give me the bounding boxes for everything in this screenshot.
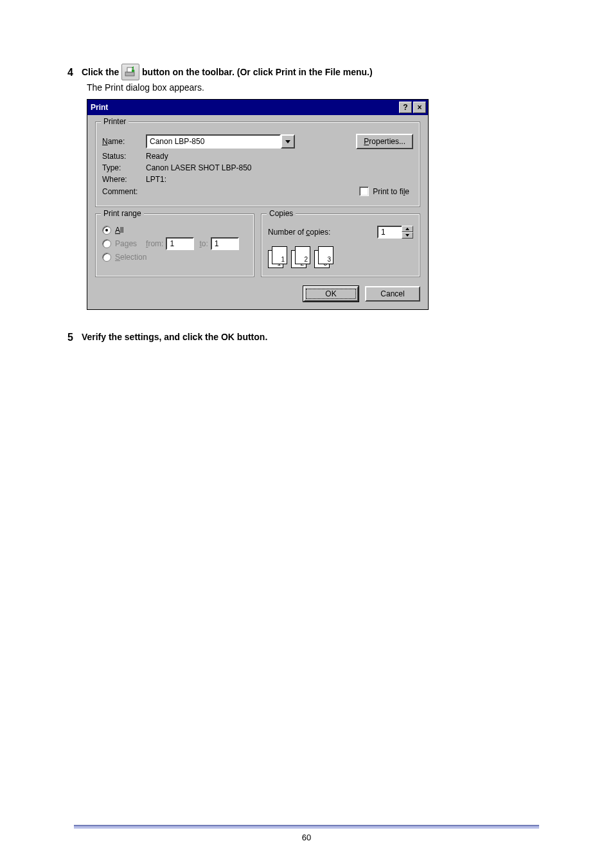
toolbar-print-icon bbox=[121, 64, 139, 80]
print-to-file-label: Print to file bbox=[373, 187, 409, 196]
status-value: Ready bbox=[146, 152, 168, 161]
help-icon: ? bbox=[403, 104, 407, 111]
copies-number-label: Number of copies: bbox=[268, 228, 330, 237]
close-icon: × bbox=[417, 104, 422, 111]
spin-down-icon[interactable] bbox=[402, 232, 413, 239]
print-range-group: Print range All Pages from: bbox=[95, 213, 254, 277]
page-number-icon: 3 bbox=[327, 256, 331, 263]
printer-legend: Printer bbox=[101, 117, 129, 126]
printer-group: Printer Name: Canon LBP-850 Properties..… bbox=[95, 122, 420, 207]
step-4-heading: 4 Click the button on the toolbar. (Or c… bbox=[67, 64, 539, 81]
properties-button[interactable]: Properties... bbox=[356, 134, 413, 149]
step-5-number: 5 bbox=[67, 329, 79, 346]
copies-group: Copies Number of copies: 1 1 1 bbox=[261, 213, 420, 277]
printer-name-combo[interactable]: Canon LBP-850 bbox=[146, 134, 295, 149]
comment-label: Comment: bbox=[102, 187, 146, 196]
range-all-radio[interactable]: All bbox=[102, 226, 123, 235]
to-input[interactable]: 1 bbox=[211, 237, 239, 250]
page-number-icon: 1 bbox=[281, 256, 285, 263]
status-label: Status: bbox=[102, 152, 146, 161]
where-value: LPT1: bbox=[146, 175, 166, 184]
ok-button[interactable]: OK bbox=[303, 286, 359, 302]
range-all-label: All bbox=[115, 226, 123, 235]
radio-icon bbox=[102, 253, 111, 262]
spin-up-icon[interactable] bbox=[402, 226, 413, 232]
where-label: Where: bbox=[102, 175, 146, 184]
radio-icon bbox=[102, 226, 111, 235]
range-pages-label: Pages bbox=[115, 239, 137, 248]
svg-rect-1 bbox=[127, 68, 132, 72]
step-4-number: 4 bbox=[67, 64, 79, 81]
step-5-text: Verify the settings, and click the OK bu… bbox=[82, 332, 267, 342]
type-value: Canon LASER SHOT LBP-850 bbox=[146, 163, 252, 172]
print-dialog: Print ? × Printer Name: Canon LBP-850 bbox=[87, 99, 429, 310]
page-number: 60 bbox=[74, 833, 539, 842]
close-button[interactable]: × bbox=[413, 102, 426, 113]
page-footer: 60 bbox=[74, 825, 539, 842]
copies-legend: Copies bbox=[267, 209, 296, 218]
print-dialog-titlebar: Print ? × bbox=[87, 100, 428, 115]
copies-spinner[interactable] bbox=[402, 226, 413, 239]
dialog-title: Print bbox=[89, 103, 398, 112]
from-input[interactable]: 1 bbox=[166, 237, 194, 250]
svg-rect-0 bbox=[125, 72, 134, 76]
printer-name-value: Canon LBP-850 bbox=[146, 134, 281, 149]
range-selection-label: Selection bbox=[115, 253, 147, 262]
radio-icon bbox=[102, 239, 111, 248]
printer-name-label: Name: bbox=[102, 137, 146, 146]
copies-input[interactable]: 1 bbox=[377, 226, 403, 239]
page-number-icon: 2 bbox=[304, 256, 308, 263]
help-button[interactable]: ? bbox=[399, 102, 412, 113]
collate-preview: 1 1 2 2 3 3 bbox=[268, 246, 333, 267]
from-label: from: bbox=[146, 239, 163, 248]
step-4-prefix: Click the bbox=[82, 67, 121, 77]
range-selection-radio[interactable]: Selection bbox=[102, 253, 147, 262]
range-legend: Print range bbox=[101, 209, 144, 218]
print-to-file-checkbox[interactable]: Print to file bbox=[359, 186, 409, 196]
collate-stack-2: 2 2 bbox=[291, 246, 310, 267]
step-4-suffix: button on the toolbar. (Or click Print i… bbox=[142, 67, 373, 77]
range-pages-radio[interactable]: Pages bbox=[102, 239, 137, 248]
footer-divider bbox=[74, 825, 539, 829]
collate-stack-3: 3 3 bbox=[314, 246, 333, 267]
chevron-down-icon[interactable] bbox=[281, 134, 295, 149]
checkbox-icon bbox=[359, 186, 369, 196]
collate-stack-1: 1 1 bbox=[268, 246, 287, 267]
type-label: Type: bbox=[102, 163, 146, 172]
cancel-button[interactable]: Cancel bbox=[365, 286, 420, 302]
to-label: to: bbox=[199, 239, 208, 248]
step-5-heading: 5 Verify the settings, and click the OK … bbox=[67, 329, 539, 346]
step-4-sub: The Print dialog box appears. bbox=[87, 82, 539, 93]
